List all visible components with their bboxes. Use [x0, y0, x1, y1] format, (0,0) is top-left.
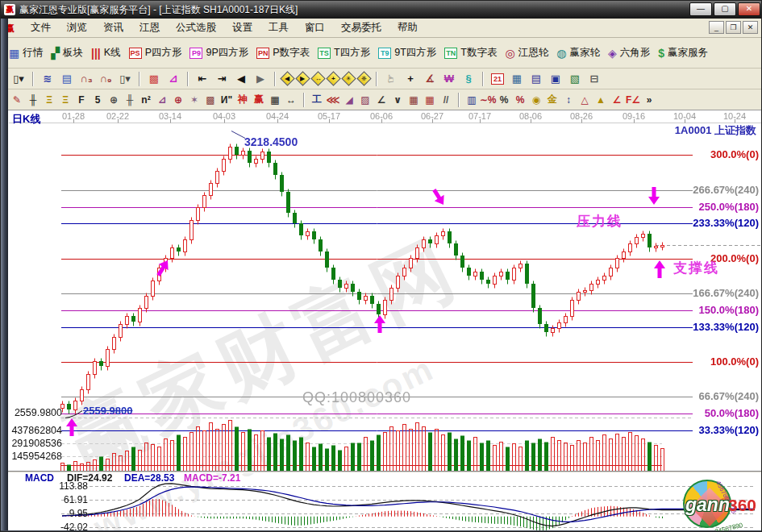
- f-ruler-icon[interactable]: F: [74, 92, 90, 108]
- n-squared-icon[interactable]: n²: [139, 92, 154, 108]
- last-page-button[interactable]: ⇥: [213, 71, 231, 87]
- ying-tool-icon[interactable]: 赢: [252, 92, 267, 108]
- diamond-right-icon[interactable]: ▶: [295, 71, 310, 85]
- percent-line-icon[interactable]: %: [513, 92, 528, 108]
- child-restore-button[interactable]: ❐: [726, 21, 741, 34]
- 9p-square-button[interactable]: P99P四方形: [189, 46, 248, 60]
- price-arrow-icon[interactable]: ↕: [561, 92, 577, 108]
- title-bar[interactable]: 赢 赢家江恩专业版[赢家服务平台] - [上证指数 SH1A0001-187日K…: [1, 1, 762, 19]
- beam-tool-icon[interactable]: 工: [310, 92, 325, 108]
- percent-wave-icon[interactable]: ∼%: [481, 92, 496, 108]
- notes-icon[interactable]: ▤: [58, 71, 76, 87]
- menu-item-3[interactable]: 江恩: [131, 19, 168, 37]
- t-square-button[interactable]: TST四方形: [318, 46, 370, 60]
- gann-frame-icon[interactable]: ▩: [145, 71, 163, 87]
- span-arrows-icon[interactable]: ↔: [284, 92, 299, 108]
- report-icon[interactable]: ▤: [527, 71, 545, 87]
- grid-comb-icon[interactable]: ╫: [26, 92, 41, 108]
- next-button[interactable]: ▶: [252, 71, 269, 87]
- menu-item-7[interactable]: 窗口: [297, 19, 333, 37]
- target-icon[interactable]: ⊕: [171, 92, 186, 108]
- maximize-button[interactable]: ▢: [714, 2, 736, 16]
- menu-item-6[interactable]: 工具: [260, 19, 297, 37]
- angle-lines-icon[interactable]: ∠: [374, 92, 389, 108]
- sectors-button[interactable]: ▞板块: [51, 46, 83, 60]
- menu-item-2[interactable]: 资讯: [95, 19, 131, 37]
- pattern-tool-icon[interactable]: ≋: [39, 71, 56, 87]
- grid-fine-red-icon[interactable]: ▦: [423, 92, 438, 108]
- grid-fine-icon[interactable]: ▦: [406, 92, 422, 108]
- calendar-21-icon[interactable]: 21: [489, 71, 506, 87]
- winner-wheel-button[interactable]: ◍赢家轮: [556, 46, 600, 60]
- color-flag-icon[interactable]: ⊿: [164, 71, 182, 87]
- menu-item-8[interactable]: 交易委托: [333, 19, 389, 37]
- gold-circle-icon[interactable]: ◉: [529, 92, 544, 108]
- hexagon-button[interactable]: ◈六角形: [608, 46, 650, 60]
- wave-triangle-icon[interactable]: △: [577, 92, 593, 108]
- purple-grid-icon[interactable]: ₩: [440, 71, 458, 87]
- hand-tool-icon[interactable]: ☞: [382, 71, 400, 87]
- p-square-button[interactable]: PSP四方形: [129, 46, 182, 60]
- minimize-button[interactable]: —: [689, 2, 712, 16]
- save-icon[interactable]: ▣: [547, 71, 564, 87]
- tick-ruler-icon[interactable]: ╫: [123, 92, 138, 108]
- child-close-button[interactable]: ✕: [743, 21, 758, 34]
- compass-icon[interactable]: ⊕: [106, 92, 122, 108]
- menu-item-0[interactable]: 文件: [23, 19, 59, 37]
- quotes-button[interactable]: ▦行情: [9, 46, 43, 60]
- network-icon[interactable]: ▧: [566, 71, 584, 87]
- prev-button[interactable]: ◀: [232, 71, 250, 87]
- gold-level-icon[interactable]: 金: [545, 92, 560, 108]
- fan-lines-icon[interactable]: ⋘: [326, 92, 341, 108]
- kline-button[interactable]: |||K线: [91, 46, 121, 60]
- single-candle-dropdown[interactable]: ▯▾: [116, 71, 134, 87]
- web-box-icon[interactable]: ▨: [358, 92, 373, 108]
- wedge-tool-icon[interactable]: ◢: [342, 92, 357, 108]
- close-button[interactable]: ✕: [738, 2, 760, 16]
- shen-tool-icon[interactable]: 神: [235, 92, 251, 108]
- child-minimize-button[interactable]: _: [709, 21, 724, 34]
- more-tools-icon[interactable]: »: [642, 92, 657, 108]
- gold-triangle-icon[interactable]: ▲: [593, 92, 609, 108]
- diamond-4way-icon[interactable]: ✳: [341, 71, 356, 85]
- gold-gate-1-icon[interactable]: Ξ: [42, 92, 57, 108]
- angle-red-icon[interactable]: ∠: [610, 92, 625, 108]
- printer-icon[interactable]: ⊟: [585, 71, 603, 87]
- zigzag-icon[interactable]: ∨: [390, 92, 406, 108]
- menu-item-4[interactable]: 公式选股: [168, 19, 224, 37]
- gann-wheel-button[interactable]: ◎江恩轮: [505, 46, 548, 60]
- chart-canvas[interactable]: [1, 110, 762, 532]
- spider-web-icon[interactable]: ▩: [203, 92, 219, 108]
- t-number-table-button[interactable]: TNT数字表: [444, 46, 497, 60]
- menu-item-1[interactable]: 浏览: [59, 19, 95, 37]
- teal-fan-icon[interactable]: §: [460, 71, 477, 87]
- diamond-left-icon[interactable]: ◀: [280, 71, 294, 85]
- first-page-button[interactable]: ⇤: [194, 71, 211, 87]
- starburst-icon[interactable]: ✶: [187, 92, 202, 108]
- column-layout-icon[interactable]: ▥: [464, 92, 480, 108]
- wave-marks-icon[interactable]: И": [219, 92, 235, 108]
- angle-measure-icon[interactable]: ∡: [421, 71, 439, 87]
- hatch-icon[interactable]: //: [439, 92, 454, 108]
- wave-9-icon[interactable]: ∩₉: [97, 71, 115, 87]
- percent-icon[interactable]: %: [497, 92, 512, 108]
- f-angle-red-icon[interactable]: F∠: [626, 92, 641, 108]
- p-number-table-button[interactable]: PNP数字表: [256, 46, 310, 60]
- crosshair-icon[interactable]: +: [402, 71, 419, 87]
- 9t-square-button[interactable]: T99T四方形: [378, 46, 436, 60]
- calculator-icon[interactable]: ▦: [508, 71, 526, 87]
- winner-service-button[interactable]: $赢家服务: [658, 46, 708, 60]
- brush-tool-icon[interactable]: ✎: [10, 92, 25, 108]
- wave-3-icon[interactable]: ∩₃: [77, 71, 95, 87]
- 9t-square-button-label: 9T四方形: [394, 46, 436, 60]
- menu-item-5[interactable]: 设置: [224, 19, 260, 37]
- diamond-4way-bold-icon[interactable]: ❈: [356, 71, 371, 85]
- gold-gate-2-icon[interactable]: Ξ: [58, 92, 73, 108]
- sail-angle-icon[interactable]: ⊿: [155, 92, 170, 108]
- menu-item-9[interactable]: 帮助: [389, 19, 426, 37]
- diamond-cross-icon[interactable]: +: [326, 71, 340, 85]
- candle-style-dropdown[interactable]: ▯▾: [10, 71, 27, 87]
- grid-123-icon[interactable]: ▦: [268, 92, 283, 108]
- five-ruler-icon[interactable]: 5: [90, 92, 106, 108]
- diamond-h-icon[interactable]: ↔: [310, 71, 325, 85]
